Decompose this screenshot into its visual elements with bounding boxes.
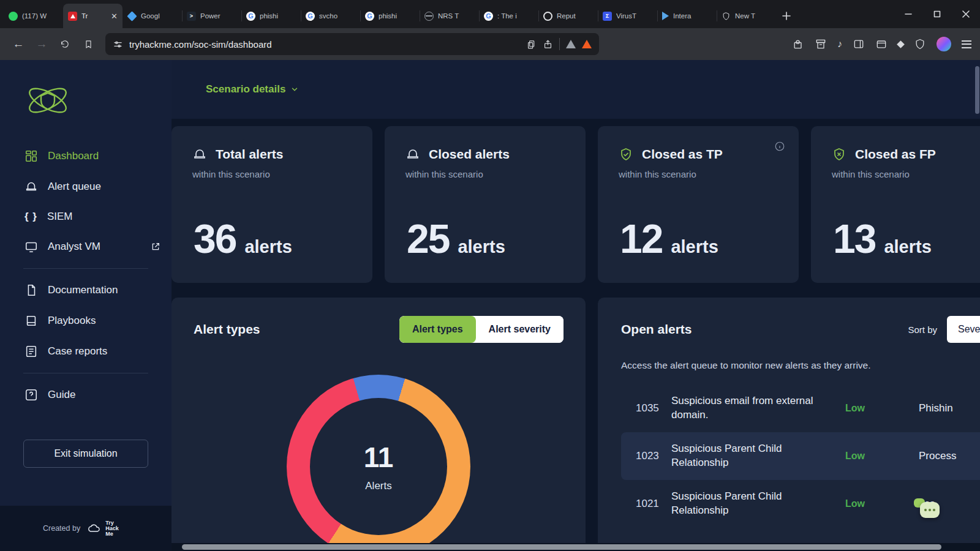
forward-button[interactable]: →: [32, 34, 51, 54]
tab-label: Reput: [557, 12, 593, 20]
sidebar-toggle-icon[interactable]: [853, 38, 865, 50]
tab-reputation[interactable]: Reput: [538, 4, 598, 28]
stat-subtitle: within this scenario: [619, 169, 778, 179]
stat-title: Closed alerts: [429, 147, 510, 162]
stat-value: 25: [407, 216, 449, 262]
tab-nrs[interactable]: NRS T: [420, 4, 479, 28]
shield-icon[interactable]: [914, 38, 926, 50]
sidebar-item-documentation[interactable]: Documentation: [0, 275, 172, 305]
sidebar-item-case-reports[interactable]: Case reports: [0, 336, 172, 367]
toggle-alert-types[interactable]: Alert types: [399, 316, 476, 343]
extensions-puzzle-icon[interactable]: [792, 38, 804, 50]
plus-icon: [782, 12, 791, 20]
ring-favicon: [543, 12, 552, 21]
tab-tryhackme-active[interactable]: Tr ✕: [63, 4, 123, 28]
dashboard-grid-icon: [24, 149, 38, 163]
alert-title: Suspicious Parent Child Relationship: [671, 442, 832, 470]
terminal-favicon: >: [187, 12, 196, 21]
toggle-alert-severity[interactable]: Alert severity: [476, 316, 564, 343]
bookmarks-button[interactable]: [78, 34, 98, 54]
alert-row[interactable]: 1023 Suspicious Parent Child Relationshi…: [621, 432, 980, 480]
brave-rewards-icon[interactable]: [566, 40, 576, 48]
tab-whatsapp[interactable]: (117) W: [4, 4, 63, 28]
monitor-icon: [24, 240, 38, 253]
tab-google[interactable]: Googl: [123, 4, 182, 28]
sort-select[interactable]: Severity: [947, 316, 980, 343]
reload-button[interactable]: [55, 34, 75, 54]
close-button[interactable]: [951, 0, 980, 28]
tab-label: Tr: [81, 12, 107, 20]
url-text[interactable]: tryhackme.com/soc-sim/dashboard: [129, 39, 520, 50]
sidebar-item-label: Playbooks: [48, 315, 96, 327]
sidebar-item-label: Alert queue: [48, 181, 101, 193]
sidebar-item-analyst-vm[interactable]: Analyst VM: [0, 231, 172, 262]
close-icon: [962, 10, 970, 18]
sidebar-item-dashboard[interactable]: Dashboard: [0, 141, 172, 171]
shield-favicon: [722, 12, 731, 21]
copy-icon[interactable]: [526, 39, 537, 50]
donut-total-value: 11: [364, 441, 394, 474]
tab-svchost[interactable]: G svcho: [301, 4, 360, 28]
stat-card-closed-fp: Closed as FP within this scenario 13 ale…: [811, 126, 980, 283]
stat-subtitle: within this scenario: [832, 169, 980, 179]
share-icon[interactable]: [543, 39, 553, 50]
google-favicon: G: [306, 12, 315, 21]
stat-title: Total alerts: [216, 147, 283, 162]
alert-row[interactable]: 1035 Suspicious email from external doma…: [621, 384, 980, 432]
horizontal-scrollbar[interactable]: [182, 544, 941, 550]
media-music-icon[interactable]: ♪: [837, 39, 842, 50]
sidebar-item-playbooks[interactable]: Playbooks: [0, 305, 172, 336]
minimize-button[interactable]: [894, 0, 922, 28]
tab-virustotal[interactable]: Σ VirusT: [598, 4, 657, 28]
tab-interactive[interactable]: Intera: [657, 4, 717, 28]
alert-types-chart: 11 Alerts: [287, 375, 470, 551]
tab-new-tab[interactable]: New T: [717, 4, 776, 28]
cloud-icon: [86, 523, 102, 534]
sidebar-item-guide[interactable]: Guide: [0, 380, 172, 410]
scenario-header: Scenario details: [172, 60, 980, 119]
info-icon[interactable]: [774, 141, 785, 154]
exit-simulation-button[interactable]: Exit simulation: [23, 440, 148, 468]
alert-title: Suspicious Parent Child Relationship: [671, 490, 832, 518]
wallet-icon[interactable]: [875, 38, 888, 50]
tab-strip: (117) W Tr ✕ Googl > Power G phishi G sv…: [0, 0, 980, 28]
leo-ai-icon[interactable]: [897, 40, 905, 48]
address-bar[interactable]: tryhackme.com/soc-sim/dashboard: [105, 33, 599, 55]
tab-phishing-1[interactable]: G phishi: [241, 4, 301, 28]
created-by-label: Created by: [43, 524, 80, 533]
tab-close-icon[interactable]: ✕: [111, 12, 118, 21]
report-icon: [24, 345, 38, 358]
sidebar-item-alert-queue[interactable]: Alert queue: [0, 171, 172, 202]
tab-phishing-2[interactable]: G phishi: [360, 4, 420, 28]
new-tab-button[interactable]: [776, 4, 797, 28]
window-controls: [894, 0, 980, 28]
site-settings-icon[interactable]: [113, 39, 123, 50]
alert-severity-badge: Low: [845, 498, 919, 509]
archive-box-icon[interactable]: [815, 38, 827, 50]
maximize-icon: [933, 10, 941, 18]
chart-mode-toggle: Alert types Alert severity: [399, 316, 564, 343]
tab-label: New T: [735, 12, 771, 20]
scenario-details-dropdown[interactable]: Scenario details: [206, 83, 299, 96]
tab-label: phishi: [379, 12, 415, 20]
sort-by-label: Sort by: [908, 324, 937, 335]
back-button[interactable]: ←: [9, 34, 28, 54]
tab-power[interactable]: > Power: [182, 4, 241, 28]
alert-types-title: Alert types: [194, 322, 260, 337]
menu-icon[interactable]: [962, 40, 971, 48]
whatsapp-favicon: [9, 12, 18, 21]
chat-widget-button[interactable]: [914, 498, 940, 522]
brave-lion-icon[interactable]: [582, 40, 592, 48]
alert-severity-badge: Low: [845, 403, 919, 414]
sidebar-item-siem[interactable]: { } SIEM: [0, 202, 172, 231]
tab-label: NRS T: [438, 12, 474, 20]
maximize-button[interactable]: [922, 0, 951, 28]
profile-avatar[interactable]: [937, 37, 951, 51]
bell-icon: [405, 147, 420, 162]
tab-the-i[interactable]: G : The i: [479, 4, 538, 28]
vertical-scrollbar[interactable]: [975, 66, 979, 114]
stat-title: Closed as FP: [855, 147, 936, 162]
stat-card-closed-tp: Closed as TP within this scenario 12 ale…: [598, 126, 799, 283]
minimize-icon: [905, 10, 912, 18]
tab-label: Googl: [141, 12, 177, 20]
